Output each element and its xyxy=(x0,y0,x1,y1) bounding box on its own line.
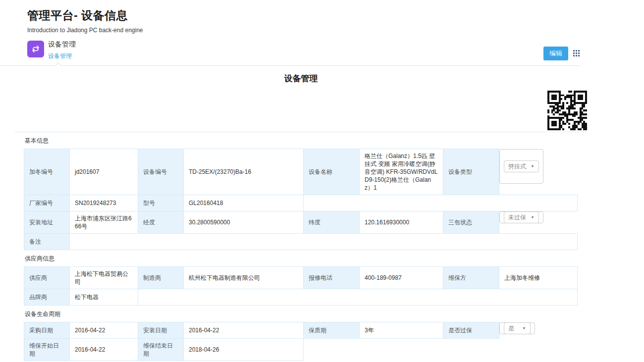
field-label: 保质期 xyxy=(304,322,360,339)
app-title: 设备管理 xyxy=(48,40,76,49)
table-row: 加冬编号jd201607设备编号TD-25EX/(23270)Ba-16设备名称… xyxy=(24,149,578,195)
section-title: 基本信息 xyxy=(24,132,577,149)
field-label: 型号 xyxy=(138,195,184,211)
dropdown[interactable]: 劈挂式▼ xyxy=(504,160,539,172)
table-row: 安装地址上海市浦东区张江路666号经度30.2800590000纬度120.16… xyxy=(24,211,578,234)
table-row: 品牌商松下电器 xyxy=(24,289,578,306)
edit-button[interactable]: 编辑 xyxy=(543,47,568,60)
section-title: 设备生命周期 xyxy=(24,306,577,322)
field-label: 纬度 xyxy=(304,211,360,234)
field-value: 30.2800590000 xyxy=(184,211,304,234)
field-value: TD-25EX/(23270)Ba-16 xyxy=(184,149,304,195)
tab-device-management[interactable]: 设备管理 xyxy=(48,52,76,60)
field-label: 三包状态 xyxy=(443,211,499,234)
field-value: 杭州松下电器制造有限公司 xyxy=(184,267,304,289)
dropdown-value: 未过保 xyxy=(508,213,526,221)
field-value: SN2019248273 xyxy=(70,195,138,211)
dropdown-value: 是 xyxy=(508,324,514,332)
field-cell: 未过保▼ xyxy=(499,211,543,223)
field-label: 厂家编号 xyxy=(24,195,70,211)
field-value: 400-189-0987 xyxy=(360,267,443,289)
field-label: 制造商 xyxy=(138,267,184,289)
field-value: 格兰仕（Galanz）1.5匹 壁挂式 变频 家用冷暖空调(静音空调) KFR-… xyxy=(360,149,443,195)
table-row: 维保开始日期2016-04-22维保结束日期2018-04-26 xyxy=(24,339,578,361)
title-block: 管理平台- 设备信息 Introduction to Jiadong PC ba… xyxy=(0,0,644,34)
field-value: 上海加冬维修 xyxy=(499,267,578,289)
field-cell: 是▼ xyxy=(499,322,535,334)
table-row: 采购日期2016-04-22安装日期2016-04-22保质期3年是否过保是▼ xyxy=(24,322,578,339)
field-label: 设备类型 xyxy=(443,149,499,195)
field-value: 120.1616930000 xyxy=(360,211,443,234)
dropdown-value: 劈挂式 xyxy=(508,162,526,170)
field-label: 品牌商 xyxy=(24,289,70,306)
table-row: 备注 xyxy=(24,234,578,250)
field-value: 上海市浦东区张江路666号 xyxy=(70,211,138,234)
section-title: 供应商信息 xyxy=(24,250,577,266)
field-label: 经度 xyxy=(138,211,184,234)
empty-cell xyxy=(304,339,578,361)
page-title: 管理平台- 设备信息 xyxy=(27,8,617,23)
field-label: 供应商 xyxy=(24,267,70,289)
empty-cell xyxy=(70,234,578,250)
table-row: 供应商上海松下电器贸易公司制造商杭州松下电器制造有限公司报修电话400-189-… xyxy=(24,267,578,289)
field-value: 2018-04-26 xyxy=(184,339,304,361)
field-label: 安装地址 xyxy=(24,211,70,234)
chevron-down-icon: ▼ xyxy=(531,214,535,221)
field-value: 松下电器 xyxy=(70,289,138,306)
app-info: 设备管理 设备管理 xyxy=(27,40,76,60)
toolbar-right: 编辑 xyxy=(543,47,581,60)
info-table: 加冬编号jd201607设备编号TD-25EX/(23270)Ba-16设备名称… xyxy=(24,149,578,250)
content-heading: 设备管理 xyxy=(15,66,587,84)
app-text: 设备管理 设备管理 xyxy=(48,40,76,60)
empty-cell xyxy=(138,289,578,306)
field-value: 3年 xyxy=(360,322,443,339)
sections: 基本信息加冬编号jd201607设备编号TD-25EX/(23270)Ba-16… xyxy=(24,132,577,361)
grid-handle-icon[interactable] xyxy=(573,50,581,57)
field-label: 备注 xyxy=(24,234,70,250)
field-value: 2016-04-22 xyxy=(70,339,138,361)
field-value: jd201607 xyxy=(70,149,138,195)
content-header: 设备管理 xyxy=(15,66,587,132)
field-value: 2016-04-22 xyxy=(70,322,138,339)
chevron-down-icon: ▼ xyxy=(531,163,535,169)
field-label: 设备名称 xyxy=(304,149,360,195)
field-label: 维保方 xyxy=(443,267,499,289)
page-subtitle: Introduction to Jiadong PC back-end engi… xyxy=(27,27,617,34)
field-label: 加冬编号 xyxy=(24,149,70,195)
sync-arrows-icon xyxy=(27,41,44,57)
field-label: 采购日期 xyxy=(24,322,70,339)
dropdown[interactable]: 未过保▼ xyxy=(504,211,539,223)
toolbar: 设备管理 设备管理 编辑 xyxy=(0,40,581,65)
empty-cell xyxy=(304,195,578,211)
info-table: 供应商上海松下电器贸易公司制造商杭州松下电器制造有限公司报修电话400-189-… xyxy=(24,266,578,306)
dropdown[interactable]: 是▼ xyxy=(504,322,531,334)
field-label: 安装日期 xyxy=(138,322,184,339)
field-label: 维保结束日期 xyxy=(138,339,184,361)
field-label: 报修电话 xyxy=(304,267,360,289)
field-cell: 劈挂式▼ xyxy=(499,149,543,184)
device-info-page: 管理平台- 设备信息 Introduction to Jiadong PC ba… xyxy=(0,0,644,362)
field-label: 设备编号 xyxy=(138,149,184,195)
field-value: 2016-04-22 xyxy=(184,322,304,339)
field-value: 上海松下电器贸易公司 xyxy=(70,267,138,289)
qr-code xyxy=(547,91,587,130)
table-row: 厂家编号SN2019248273型号GL20160418 xyxy=(24,195,578,211)
field-label: 是否过保 xyxy=(443,322,499,339)
chevron-down-icon: ▼ xyxy=(522,325,526,331)
info-table: 采购日期2016-04-22安装日期2016-04-22保质期3年是否过保是▼维… xyxy=(24,322,578,361)
field-label: 维保开始日期 xyxy=(24,339,70,361)
field-value: GL20160418 xyxy=(184,195,304,211)
